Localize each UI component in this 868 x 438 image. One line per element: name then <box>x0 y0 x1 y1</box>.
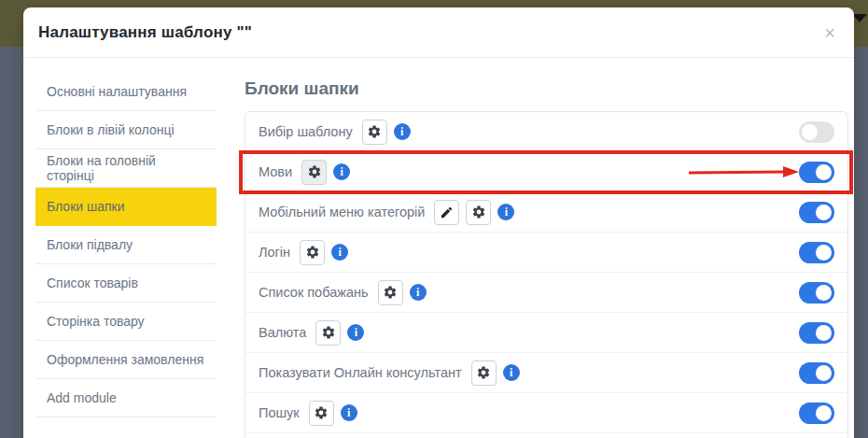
settings-row: Список побажань i <box>245 273 847 313</box>
gear-icon[interactable] <box>300 240 325 265</box>
sidebar-item-label: Блоки шапки <box>47 199 125 214</box>
sidebar-item-label: Add module <box>47 390 117 405</box>
info-icon[interactable]: i <box>333 163 350 180</box>
gear-icon[interactable] <box>309 401 334 426</box>
modal-header: Налаштування шаблону "" × <box>23 7 854 58</box>
pencil-icon[interactable] <box>434 200 459 225</box>
annotation-arrow-icon <box>687 164 799 179</box>
row-label: Валюта <box>259 325 306 340</box>
sidebar-item-main-settings[interactable]: Основні налаштування <box>35 73 217 111</box>
sidebar-item-left-column-blocks[interactable]: Блоки в лівій колонці <box>35 111 217 149</box>
toggle-knob <box>816 405 832 421</box>
sidebar-item-footer-blocks[interactable]: Блоки підвалу <box>35 226 217 264</box>
sidebar-item-label: Оформлення замовлення <box>47 352 203 367</box>
settings-row: Вибір шаблону i <box>245 112 847 152</box>
toggle[interactable] <box>799 121 834 143</box>
toggle-knob <box>816 285 832 301</box>
sidebar-item-checkout[interactable]: Оформлення замовлення <box>35 341 217 379</box>
gear-icon[interactable] <box>301 160 327 185</box>
info-icon[interactable]: i <box>331 244 348 261</box>
settings-row: Показувати Онлайн консультант i <box>245 353 847 393</box>
row-label: Список побажань <box>259 285 369 300</box>
modal-title: Налаштування шаблону "" <box>38 23 252 42</box>
page-title: Блоки шапки <box>245 78 848 99</box>
sidebar-item-label: Список товарів <box>47 276 138 290</box>
toggle[interactable] <box>799 162 834 183</box>
template-settings-modal: Налаштування шаблону "" × Основні налашт… <box>23 7 854 438</box>
sidebar-item-label: Блоки на головній сторінці <box>47 153 205 183</box>
row-label: Мови <box>259 164 292 179</box>
info-icon[interactable]: i <box>394 123 411 140</box>
page-backdrop: { "window": { "title": "Налаштування шаб… <box>0 0 868 438</box>
sidebar-item-home-page-blocks[interactable]: Блоки на головній сторінці <box>35 149 217 188</box>
background-dropdown-caret-icon <box>852 14 867 22</box>
settings-row: Мобільний меню категорій i <box>245 192 847 233</box>
info-icon[interactable]: i <box>347 324 364 341</box>
gear-icon[interactable] <box>466 200 491 225</box>
toggle-knob <box>816 365 832 381</box>
toggle-knob <box>816 325 832 341</box>
settings-sidebar: Основні налаштування Блоки в лівій колон… <box>35 58 217 417</box>
settings-row: Валюта i <box>245 313 847 353</box>
toggle[interactable] <box>799 403 834 424</box>
gear-icon[interactable] <box>471 360 497 386</box>
toggle-knob <box>816 245 832 261</box>
row-label: Пошук <box>259 405 300 420</box>
settings-row: Логін i <box>245 233 847 273</box>
settings-row-partial <box>245 433 847 438</box>
row-label: Вибір шаблону <box>259 124 353 139</box>
toggle[interactable] <box>799 362 834 384</box>
toggle[interactable] <box>799 202 834 223</box>
toggle-knob <box>802 124 818 140</box>
toggle[interactable] <box>799 242 834 263</box>
row-label: Логін <box>259 245 290 260</box>
sidebar-item-product-page[interactable]: Сторінка товару <box>35 303 217 341</box>
settings-content: Блоки шапки Вибір шаблону i Мови i <box>245 58 848 438</box>
toggle[interactable] <box>799 322 834 344</box>
gear-icon[interactable] <box>315 320 341 346</box>
gear-icon[interactable] <box>362 120 387 145</box>
gear-icon[interactable] <box>378 280 403 305</box>
sidebar-item-label: Сторінка товару <box>47 314 145 329</box>
toggle-knob <box>816 164 832 180</box>
info-icon[interactable]: i <box>410 284 427 301</box>
row-label: Показувати Онлайн консультант <box>259 365 462 380</box>
info-icon[interactable]: i <box>341 404 357 421</box>
sidebar-item-label: Блоки підвалу <box>47 237 133 252</box>
settings-row: Мови i <box>245 152 847 192</box>
sidebar-item-label: Блоки в лівій колонці <box>47 122 175 137</box>
sidebar-item-header-blocks[interactable]: Блоки шапки <box>35 188 217 226</box>
settings-row: Пошук i <box>245 393 847 433</box>
info-icon[interactable]: i <box>497 204 514 220</box>
close-icon[interactable]: × <box>820 23 839 42</box>
row-label: Мобільний меню категорій <box>259 205 425 219</box>
modal-body: Основні налаштування Блоки в лівій колон… <box>23 58 854 438</box>
sidebar-item-label: Основні налаштування <box>47 84 187 99</box>
sidebar-item-product-list[interactable]: Список товарів <box>35 264 217 303</box>
toggle-knob <box>816 205 832 220</box>
sidebar-item-add-module[interactable]: Add module <box>35 379 217 417</box>
info-icon[interactable]: i <box>503 364 520 381</box>
header-blocks-panel: Вибір шаблону i Мови i Мобільний меню ка… <box>245 111 848 438</box>
toggle[interactable] <box>799 282 834 304</box>
